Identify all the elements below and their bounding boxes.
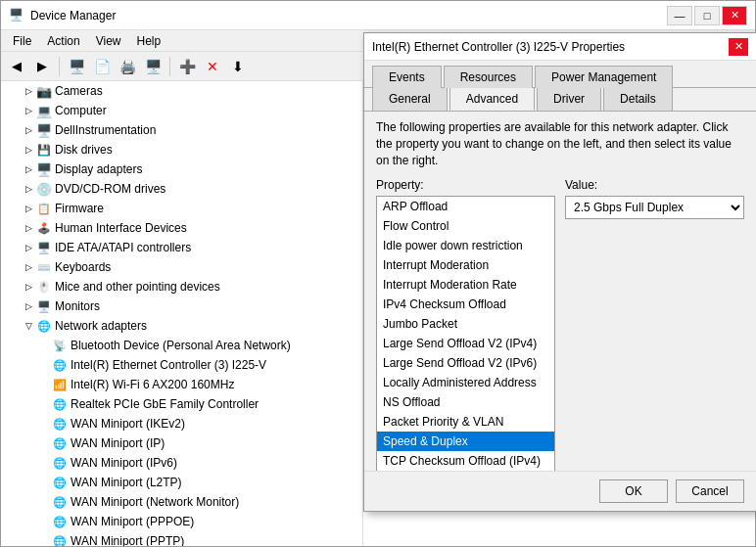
tree-item-wan-netmon[interactable]: ▷ 🌐 WAN Miniport (Network Monitor) <box>1 492 362 512</box>
network-button[interactable]: 🖥️ <box>141 55 165 78</box>
expand-keyboards[interactable]: ▷ <box>21 259 36 275</box>
title-controls: — □ ✕ <box>667 6 747 25</box>
expand-dvd[interactable]: ▷ <box>21 181 36 197</box>
expand-dell[interactable]: ▷ <box>21 122 36 138</box>
ide-icon: 🖥️ <box>36 240 52 255</box>
tree-item-ide[interactable]: ▷ 🖥️ IDE ATA/ATAPI controllers <box>1 238 362 257</box>
tab-general[interactable]: General <box>372 88 448 111</box>
expand-computer[interactable]: ▷ <box>21 103 36 118</box>
prop-item[interactable]: TCP Checksum Offload (IPv4) <box>377 451 554 471</box>
wan-ikev2-label: WAN Miniport (IKEv2) <box>71 417 185 431</box>
minimize-button[interactable]: — <box>667 6 692 25</box>
tree-item-intel-wifi[interactable]: ▷ 📶 Intel(R) Wi-Fi 6 AX200 160MHz <box>1 375 362 394</box>
menu-action[interactable]: Action <box>39 32 87 50</box>
menu-view[interactable]: View <box>88 32 129 50</box>
tree-item-wan-ipv6[interactable]: ▷ 🌐 WAN Miniport (IPv6) <box>1 453 362 473</box>
expand-disk[interactable]: ▷ <box>21 142 36 158</box>
refresh-button[interactable]: 🖨️ <box>116 55 139 78</box>
toolbar-sep-2 <box>169 57 170 76</box>
tree-item-dvd[interactable]: ▷ 💿 DVD/CD-ROM drives <box>1 179 362 199</box>
prop-item[interactable]: Packet Priority & VLAN <box>377 412 554 432</box>
prop-item[interactable]: Interrupt Moderation Rate <box>377 275 554 295</box>
expand-hid[interactable]: ▷ <box>21 220 36 236</box>
tab-advanced[interactable]: Advanced <box>449 88 535 111</box>
tree-item-wan-l2tp[interactable]: ▷ 🌐 WAN Miniport (L2TP) <box>1 473 362 492</box>
prop-item[interactable]: Large Send Offload V2 (IPv4) <box>377 334 554 353</box>
expand-display[interactable]: ▷ <box>21 161 36 177</box>
expand-firmware[interactable]: ▷ <box>21 201 36 216</box>
prop-item[interactable]: Jumbo Packet <box>377 314 554 334</box>
expand-monitors[interactable]: ▷ <box>21 298 36 314</box>
tab-resources[interactable]: Resources <box>444 81 533 88</box>
wan-pppoe-label: WAN Miniport (PPPOE) <box>71 515 194 528</box>
expand-cameras[interactable]: ▷ <box>21 83 36 99</box>
back-button[interactable]: ◀ <box>5 55 28 78</box>
menu-help[interactable]: Help <box>129 32 169 50</box>
tree-panel: ▷ 📷 Cameras ▷ 💻 Computer ▷ 🖥️ DellInstru… <box>1 81 363 546</box>
menu-file[interactable]: File <box>5 32 39 50</box>
maximize-button[interactable]: □ <box>694 6 720 25</box>
tree-item-mice[interactable]: ▷ 🖱️ Mice and other pointing devices <box>1 277 362 296</box>
update-button[interactable]: ⬇ <box>226 55 250 78</box>
cancel-button[interactable]: Cancel <box>676 479 744 503</box>
display-icon: 🖥️ <box>36 161 52 177</box>
add-button[interactable]: ➕ <box>175 55 199 78</box>
tree-item-monitors[interactable]: ▷ 🖥️ Monitors <box>1 296 362 316</box>
tree-item-intel-eth[interactable]: ▷ 🌐 Intel(R) Ethernet Controller (3) I22… <box>1 355 362 375</box>
tree-item-disk[interactable]: ▷ 💾 Disk drives <box>1 140 362 160</box>
tab-driver[interactable]: Driver <box>537 88 601 111</box>
mice-label: Mice and other pointing devices <box>55 280 220 294</box>
expand-ide[interactable]: ▷ <box>21 240 36 255</box>
prop-item[interactable]: Flow Control <box>377 216 554 236</box>
dialog-tabs-row2: General Advanced Driver Details <box>364 88 755 112</box>
intel-eth-icon: 🌐 <box>52 357 68 373</box>
tree-item-dell[interactable]: ▷ 🖥️ DellInstrumentation <box>1 120 362 140</box>
expand-mice[interactable]: ▷ <box>21 279 36 295</box>
prop-item[interactable]: NS Offload <box>377 392 554 412</box>
tree-item-wan-pptp[interactable]: ▷ 🌐 WAN Miniport (PPTP) <box>1 531 362 546</box>
value-select[interactable]: 2.5 Gbps Full Duplex <box>565 196 744 219</box>
tree-item-bluetooth[interactable]: ▷ 📡 Bluetooth Device (Personal Area Netw… <box>1 336 362 355</box>
window-title: Device Manager <box>30 9 116 23</box>
properties-button[interactable]: 📄 <box>90 55 114 78</box>
tree-item-realtek[interactable]: ▷ 🌐 Realtek PCIe GbE Family Controller <box>1 394 362 414</box>
expand-network[interactable]: ▽ <box>21 318 36 334</box>
tree-item-cameras[interactable]: ▷ 📷 Cameras <box>1 81 362 101</box>
tree-item-wan-ikev2[interactable]: ▷ 🌐 WAN Miniport (IKEv2) <box>1 414 362 433</box>
keyboard-icon: ⌨️ <box>36 259 52 275</box>
realtek-label: Realtek PCIe GbE Family Controller <box>71 397 259 411</box>
tree-item-keyboards[interactable]: ▷ ⌨️ Keyboards <box>1 257 362 277</box>
prop-item[interactable]: Large Send Offload V2 (IPv6) <box>377 353 554 373</box>
prop-item[interactable]: ARP Offload <box>377 197 554 216</box>
prop-item[interactable]: IPv4 Checksum Offload <box>377 295 554 314</box>
tab-power-management[interactable]: Power Management <box>535 81 673 88</box>
forward-button[interactable]: ▶ <box>30 55 54 78</box>
ok-button[interactable]: OK <box>599 479 668 503</box>
property-list[interactable]: ARP OffloadFlow ControlIdle power down r… <box>376 196 555 471</box>
prop-item[interactable]: Speed & Duplex <box>377 432 554 451</box>
wan-ikev2-icon: 🌐 <box>52 416 68 432</box>
wan-l2tp-icon: 🌐 <box>52 475 68 490</box>
computer-button[interactable]: 🖥️ <box>65 55 88 78</box>
tab-details[interactable]: Details <box>603 88 673 111</box>
remove-button[interactable]: ✕ <box>201 55 224 78</box>
prop-item[interactable]: Idle power down restriction <box>377 236 554 255</box>
wan-ip-icon: 🌐 <box>52 435 68 451</box>
prop-item[interactable]: Interrupt Moderation <box>377 255 554 275</box>
close-button[interactable]: ✕ <box>722 6 747 25</box>
tree-item-hid[interactable]: ▷ 🕹️ Human Interface Devices <box>1 218 362 238</box>
prop-item[interactable]: Locally Administered Address <box>377 373 554 392</box>
tree-item-computer[interactable]: ▷ 💻 Computer <box>1 101 362 120</box>
tree-item-network[interactable]: ▽ 🌐 Network adapters <box>1 316 362 336</box>
tab-events[interactable]: Events <box>372 81 442 88</box>
window-icon: 🖥️ <box>9 8 24 23</box>
intel-eth-label: Intel(R) Ethernet Controller (3) I225-V <box>71 358 266 372</box>
tree-item-wan-pppoe[interactable]: ▷ 🌐 WAN Miniport (PPPOE) <box>1 512 362 531</box>
dell-icon: 🖥️ <box>36 122 52 138</box>
tree-item-wan-ip[interactable]: ▷ 🌐 WAN Miniport (IP) <box>1 433 362 453</box>
wan-pptp-icon: 🌐 <box>52 533 68 546</box>
tree-item-display[interactable]: ▷ 🖥️ Display adapters <box>1 160 362 179</box>
firmware-label: Firmware <box>55 202 104 215</box>
tree-item-firmware[interactable]: ▷ 📋 Firmware <box>1 199 362 218</box>
network-label: Network adapters <box>55 319 147 333</box>
